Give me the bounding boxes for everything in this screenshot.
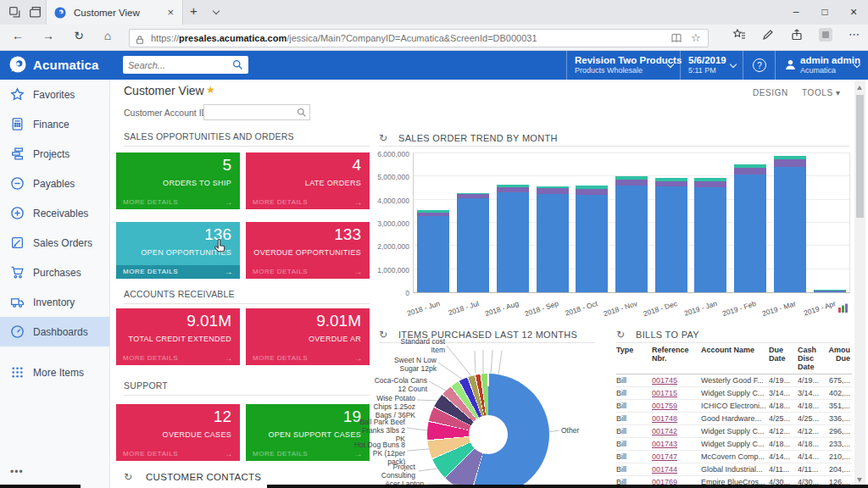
sidebar-item-label: More Items: [33, 367, 84, 379]
tools-button[interactable]: TOOLS ▾: [802, 88, 841, 97]
bills-row: Bill001742Widget Supply C...4/12...4/12.…: [616, 425, 852, 438]
chart-type-icon[interactable]: [837, 302, 849, 313]
bills-row: Bill001747McCovern Comp...4/14...4/14...…: [616, 451, 852, 463]
cart-icon: [10, 265, 25, 280]
kpi-label: TOTAL CREDIT EXTENDED: [129, 335, 232, 343]
more-details-link[interactable]: MORE DETAILS→: [246, 352, 370, 365]
tab-list-chevron-icon[interactable]: [213, 8, 220, 14]
sidebar-item-favorites[interactable]: Favorites: [0, 80, 109, 109]
scroll-up-icon[interactable]: [857, 86, 862, 90]
new-tab-button[interactable]: +: [190, 3, 198, 18]
page-scrollbar[interactable]: [854, 81, 865, 486]
trend-refresh-icon[interactable]: ↻: [379, 132, 387, 144]
kpi-tile-overdue-cases[interactable]: 12OVERDUE CASESMORE DETAILS→: [116, 404, 240, 461]
donut-slice-label: Ball Park Beef Franks 3lbs 2 PK: [346, 418, 405, 443]
window-maximize-button[interactable]: □: [810, 0, 839, 25]
annotate-pen-icon[interactable]: [761, 28, 775, 42]
global-search[interactable]: [123, 56, 248, 74]
scrollbar-thumb[interactable]: [856, 95, 864, 218]
global-search-input[interactable]: [128, 60, 232, 70]
favorites-hub-icon[interactable]: [732, 28, 746, 42]
browser-tab[interactable]: Customer View ×: [46, 0, 183, 25]
sidebar-more-dots-icon[interactable]: •••: [10, 466, 24, 478]
date-time-selector[interactable]: 5/6/2019 5:11 PM: [688, 54, 726, 75]
kpi-tile-total-credit-extended[interactable]: 9.01MTOTAL CREDIT EXTENDEDMORE DETAILS→: [116, 308, 240, 365]
bill-amount-cell: 296,...: [828, 425, 852, 437]
bottom-black-bar: [0, 485, 81, 488]
bill-due-date-cell: 4/19...: [769, 374, 798, 386]
sidebar-item-inventory[interactable]: Inventory: [0, 287, 109, 317]
company-branch: Products Wholesale: [575, 66, 682, 75]
bill-amount-cell: 675,...: [828, 374, 852, 386]
window-minimize-button[interactable]: –: [782, 0, 810, 25]
kpi-tile-late-orders[interactable]: 4LATE ORDERSMORE DETAILS→: [246, 152, 370, 209]
trend-chart-title: SALES ORDER TREND BY MONTH: [398, 133, 558, 143]
more-details-link[interactable]: MORE DETAILS→: [246, 196, 370, 209]
browser-menu-icon[interactable]: ⋯: [848, 28, 861, 42]
scroll-down-icon[interactable]: [857, 478, 862, 482]
company-switcher[interactable]: Revision Two Products Products Wholesale: [575, 54, 682, 75]
tab-close-icon[interactable]: ×: [165, 6, 175, 19]
add-favorite-star-icon[interactable]: ☆: [691, 32, 703, 44]
forward-button[interactable]: →: [39, 29, 58, 42]
bill-type-cell: Bill: [616, 413, 652, 424]
bill-ref-link[interactable]: 001759: [652, 402, 677, 410]
address-bar[interactable]: https://presales.acumatica.com/jessica/M…: [129, 29, 709, 47]
bill-ref-link[interactable]: 001742: [652, 427, 677, 435]
sidebar-item-purchases[interactable]: Purchases: [0, 258, 109, 287]
design-button[interactable]: DESIGN: [753, 88, 788, 97]
account-id-input[interactable]: [203, 104, 310, 120]
bill-ref-cell: 001748: [652, 413, 701, 424]
kpi-value: 12: [214, 408, 231, 426]
more-details-arrow-icon: →: [354, 352, 364, 365]
sidebar-item-receivables[interactable]: Receivables: [0, 198, 109, 228]
kpi-tile-overdue-opportunities[interactable]: 133OVERDUE OPPORTUNITIESMORE DETAILS→: [246, 222, 370, 279]
contacts-refresh-icon[interactable]: ↻: [124, 471, 132, 483]
date-chevron-icon[interactable]: [730, 61, 737, 68]
bills-refresh-icon[interactable]: ↻: [616, 329, 625, 341]
bill-ref-cell: 001744: [652, 463, 701, 475]
sidebar-item-projects[interactable]: Projects: [0, 139, 109, 169]
set-tabs-aside-icon[interactable]: [8, 5, 22, 19]
bill-ref-link[interactable]: 001743: [652, 440, 677, 448]
help-icon[interactable]: ?: [753, 58, 766, 72]
more-details-link[interactable]: MORE DETAILS→: [116, 196, 240, 209]
user-menu[interactable]: admin admin Acumatica: [800, 54, 860, 75]
extension-icon[interactable]: [819, 28, 832, 42]
more-details-link[interactable]: MORE DETAILS→: [246, 265, 370, 279]
window-close-button[interactable]: ×: [839, 0, 868, 25]
bills-row: Bill001745Westerly Good F...4/19...4/19.…: [616, 374, 852, 387]
bill-ref-link[interactable]: 001747: [652, 452, 677, 461]
sidebar-item-payables[interactable]: Payables: [0, 169, 109, 198]
more-details-link[interactable]: MORE DETAILS→: [116, 265, 240, 279]
bill-ref-link[interactable]: 001744: [652, 465, 677, 474]
acumatica-logo[interactable]: Acumatica: [8, 55, 99, 74]
sidebar-item-more-items[interactable]: More Items: [0, 358, 109, 387]
kpi-tile-orders-to-ship[interactable]: 5ORDERS TO SHIPMORE DETAILS→: [116, 152, 240, 209]
sidebar-item-finance[interactable]: Finance: [0, 109, 109, 139]
sidebar-item-label: Inventory: [33, 297, 75, 308]
bills-to-pay-table: TypeReference Nbr.Account NameDue DateCa…: [616, 345, 852, 488]
favorite-star-icon[interactable]: ★: [206, 84, 215, 96]
share-icon[interactable]: [790, 28, 804, 42]
sidebar-item-dashboards[interactable]: Dashboards: [0, 317, 109, 347]
bill-ref-link[interactable]: 001748: [652, 414, 677, 423]
bill-ref-link[interactable]: 001715: [652, 389, 677, 397]
bar-segment-orders-base: [576, 195, 608, 292]
refresh-button[interactable]: ↻: [70, 29, 88, 42]
sidebar-item-label: Finance: [33, 119, 70, 130]
bill-type-cell: Bill: [616, 387, 652, 399]
y-axis-tick-label: 1,000,000: [360, 266, 409, 274]
back-button[interactable]: ←: [8, 29, 27, 42]
kpi-value: 5: [222, 156, 231, 175]
sidebar-item-sales-orders[interactable]: Sales Orders: [0, 228, 109, 258]
bill-ref-link[interactable]: 001745: [652, 376, 677, 385]
reading-view-icon[interactable]: [670, 32, 682, 44]
more-details-link[interactable]: MORE DETAILS→: [116, 447, 240, 461]
bar-segment-orders-mid: [694, 181, 726, 187]
more-details-link[interactable]: MORE DETAILS→: [116, 352, 240, 365]
kpi-tile-overdue-ar[interactable]: 9.01MOVERDUE ARMORE DETAILS→: [246, 308, 370, 365]
home-button[interactable]: ⌂: [98, 29, 117, 42]
trend-bar-2018-Jul: [457, 193, 489, 292]
tab-preview-icon[interactable]: [28, 5, 42, 19]
